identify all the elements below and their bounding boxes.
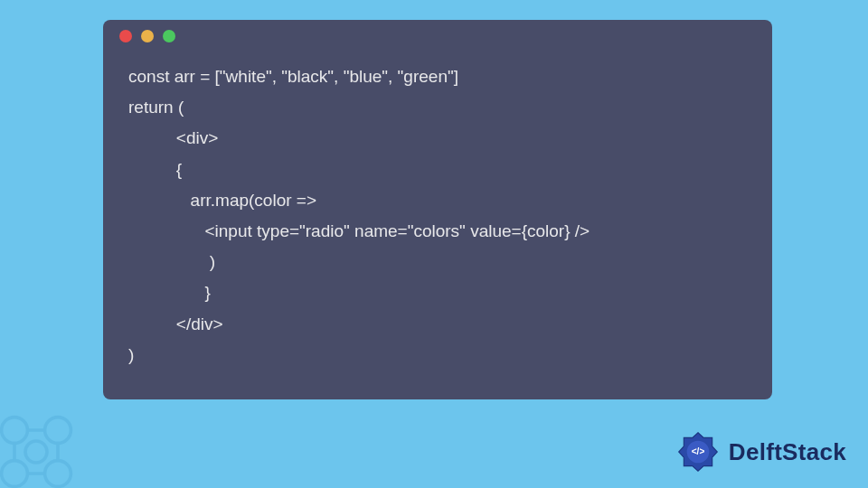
code-content: const arr = ["white", "black", "blue", "… bbox=[103, 52, 772, 389]
code-line: arr.map(color => bbox=[128, 191, 316, 210]
svg-text:</>: </> bbox=[692, 446, 705, 456]
code-line: ) bbox=[128, 252, 215, 271]
svg-point-3 bbox=[45, 461, 71, 487]
svg-point-1 bbox=[45, 418, 71, 444]
code-line: </div> bbox=[128, 314, 223, 333]
close-icon bbox=[119, 30, 132, 42]
code-line: const arr = ["white", "black", "blue", "… bbox=[128, 67, 458, 86]
svg-point-0 bbox=[2, 418, 28, 444]
code-line: <input type="radio" name="colors" value=… bbox=[128, 221, 590, 240]
maximize-icon bbox=[163, 30, 175, 42]
code-line: } bbox=[128, 283, 211, 302]
background-decoration bbox=[0, 398, 90, 488]
code-line: ) bbox=[128, 345, 134, 364]
svg-point-4 bbox=[25, 441, 47, 463]
code-line: <div> bbox=[128, 128, 218, 147]
brand-name: DelftStack bbox=[729, 438, 846, 466]
svg-point-2 bbox=[2, 461, 28, 487]
logo-badge-icon: </> bbox=[673, 427, 723, 477]
window-titlebar bbox=[103, 20, 772, 52]
code-window: const arr = ["white", "black", "blue", "… bbox=[103, 20, 772, 399]
minimize-icon bbox=[141, 30, 154, 42]
code-line: return ( bbox=[128, 98, 184, 117]
brand-logo: </> DelftStack bbox=[673, 427, 846, 477]
code-line: { bbox=[128, 160, 182, 179]
